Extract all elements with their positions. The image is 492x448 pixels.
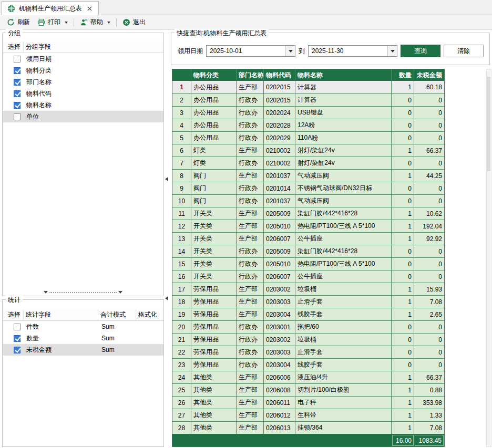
table-row[interactable]: 25其他类生产部0206008切割片/100/白极熊10.88 <box>172 383 444 396</box>
cell-dept: 行政办 <box>237 157 264 169</box>
exit-button[interactable]: 退出 <box>119 16 149 28</box>
table-row[interactable]: 5办公用品行政办0202029110A粉00 <box>172 131 444 144</box>
table-row[interactable]: 21劳保用品行政办0203002垃圾桶00 <box>172 333 444 346</box>
table-row[interactable]: 22劳保用品行政办0203003止滑手套00 <box>172 346 444 358</box>
table-row[interactable]: 1办公用品生产部0202015计算器160.18 <box>172 81 444 93</box>
table-row[interactable]: 6灯类生产部0210002射灯/染缸24v166.37 <box>172 144 444 157</box>
stats-item[interactable]: 件数Sum <box>3 321 163 332</box>
exit-icon <box>122 18 130 26</box>
help-dropdown-caret-icon[interactable] <box>107 22 110 24</box>
checkbox[interactable] <box>14 347 20 353</box>
panel-splitter-handle[interactable] <box>44 290 122 294</box>
checkbox[interactable] <box>14 335 20 342</box>
col-rownum[interactable] <box>172 69 191 81</box>
scrollbar-thumb[interactable] <box>487 77 490 171</box>
table-row[interactable]: 24其他类生产部0206006液压油/4升166.37 <box>172 371 444 383</box>
footer-cell <box>237 434 264 446</box>
stats-item[interactable]: 未税金额Sum <box>3 344 163 356</box>
table-row[interactable]: 18劳保用品生产部0203003止滑手套17.08 <box>172 295 444 308</box>
cell-amount: 0 <box>414 157 444 169</box>
stats-list-header: 选择 统计字段 合计模式 格式化 <box>3 309 163 321</box>
col-amount[interactable]: 未税金额 <box>414 69 444 81</box>
col-dept[interactable]: 部门名称 <box>237 69 264 81</box>
footer-cell <box>191 434 237 446</box>
grouping-item[interactable]: 物料代码 <box>3 88 163 99</box>
field-label: 物料名称 <box>24 101 163 110</box>
cell-dept: 行政办 <box>237 119 264 131</box>
cell-code: 0206011 <box>264 397 295 409</box>
checkbox[interactable] <box>14 90 20 97</box>
cell-dept: 行政办 <box>237 245 264 257</box>
table-row[interactable]: 4办公用品行政办020202812A粉00 <box>172 119 444 131</box>
row-number: 26 <box>172 397 191 409</box>
table-row[interactable]: 17劳保用品生产部0203002垃圾桶115.93 <box>172 283 444 295</box>
refresh-button[interactable]: 刷新 <box>3 16 34 28</box>
cell-dept: 行政办 <box>237 107 264 119</box>
table-row[interactable]: 8阀门生产部0201037气动减压阀144.25 <box>172 169 444 182</box>
table-row[interactable]: 20劳保用品行政办0203001拖把/6000 <box>172 320 444 333</box>
table-scrollbar[interactable] <box>486 69 491 447</box>
grouping-item[interactable]: 物料分类 <box>3 65 163 76</box>
table-row[interactable]: 7灯类行政办0210002射灯/染缸24v00 <box>172 157 444 169</box>
table-row[interactable]: 14开关类行政办0205009染缸门胶/442*416*2800 <box>172 245 444 257</box>
grouping-item[interactable]: 领用日期 <box>3 53 163 65</box>
table-row[interactable]: 13开关类生产部0206007公牛插座192.92 <box>172 232 444 245</box>
chevron-down-icon[interactable] <box>387 46 397 56</box>
tab-close-icon[interactable] <box>86 5 93 12</box>
col-sum-mode: 合计模式 <box>98 309 136 320</box>
checkbox[interactable] <box>14 102 20 109</box>
stats-item[interactable]: 数量Sum <box>3 332 163 344</box>
cell-qty: 1 <box>392 397 414 409</box>
printer-icon <box>37 18 45 26</box>
checkbox[interactable] <box>14 113 20 120</box>
table-row[interactable]: 12开关类生产部0205010热电阻/PT100/三线 A 5*1001192.… <box>172 220 444 232</box>
table-row[interactable]: 10阀门行政办0201037气动减压阀00 <box>172 194 444 207</box>
table-row[interactable]: 27其他类生产部0206012生料带11.33 <box>172 409 444 421</box>
cell-code: 0203002 <box>264 334 295 346</box>
date-from-select[interactable]: 2025-10-01 <box>206 45 295 57</box>
table-row[interactable]: 28其他类生产部0206013挂锁/36417.08 <box>172 421 444 434</box>
grouping-item[interactable]: 单位 <box>3 111 163 122</box>
checkbox[interactable] <box>14 324 20 330</box>
cell-code: 0202029 <box>264 132 295 144</box>
collapse-left-arrow-icon[interactable] <box>165 177 168 181</box>
cell-amount: 92.92 <box>414 233 444 245</box>
search-button[interactable]: 查询 <box>401 45 440 57</box>
chevron-down-icon[interactable] <box>285 46 295 56</box>
cell-qty: 1 <box>392 170 414 182</box>
cell-category: 办公用品 <box>191 107 237 119</box>
checkbox-cell <box>3 102 24 109</box>
date-to-select[interactable]: 2025-11-30 <box>308 45 397 57</box>
table-row[interactable]: 15开关类行政办0205010热电阻/PT100/三线 A 5*10000 <box>172 257 444 270</box>
tab-summary-report[interactable]: 机物料生产领用汇总表 <box>2 1 99 15</box>
table-row[interactable]: 9阀门行政办0201014不锈钢气动球阀/DN32日标00 <box>172 182 444 194</box>
col-category[interactable]: 物料分类 <box>191 69 237 81</box>
date-to-value: 2025-11-30 <box>312 47 344 55</box>
collapse-left-arrow-icon[interactable] <box>165 296 168 300</box>
clear-button[interactable]: 清除 <box>444 45 484 57</box>
cell-name: 线胶手套 <box>295 359 392 371</box>
table-row[interactable]: 3办公用品行政办0202024USB键盘00 <box>172 106 444 119</box>
table-row[interactable]: 26其他类生产部0206011电子秤1353.98 <box>172 396 444 409</box>
col-code[interactable]: 物料代码 <box>264 69 295 81</box>
checkbox[interactable] <box>14 79 20 86</box>
help-button[interactable]: 帮助 <box>76 16 114 28</box>
table-row[interactable]: 11开关类生产部0205009染缸门胶/442*416*28110.62 <box>172 207 444 220</box>
table-footer: 16.00 1083.45 <box>172 434 444 446</box>
cell-name: 射灯/染缸24v <box>295 144 392 157</box>
table-row[interactable]: 23劳保用品行政办0203004线胶手套00 <box>172 358 444 371</box>
grouping-item[interactable]: 部门名称 <box>3 76 163 88</box>
print-button[interactable]: 打印 <box>34 16 71 28</box>
table-row[interactable]: 2办公用品行政办0202015计算器00 <box>172 93 444 106</box>
table-row[interactable]: 19劳保用品生产部0203004线胶手套12.65 <box>172 308 444 320</box>
table-row[interactable]: 16开关类行政办0206007公牛插座00 <box>172 270 444 283</box>
checkbox[interactable] <box>14 67 20 74</box>
cell-amount: 353.98 <box>414 397 444 409</box>
col-qty[interactable]: 数量 <box>392 69 414 81</box>
grouping-item[interactable]: 物料名称 <box>3 99 163 111</box>
checkbox[interactable] <box>14 56 20 62</box>
footer-cell <box>172 434 191 446</box>
col-name[interactable]: 物料名称 <box>295 69 392 81</box>
print-dropdown-caret-icon[interactable] <box>65 22 68 24</box>
report-icon <box>7 5 15 13</box>
